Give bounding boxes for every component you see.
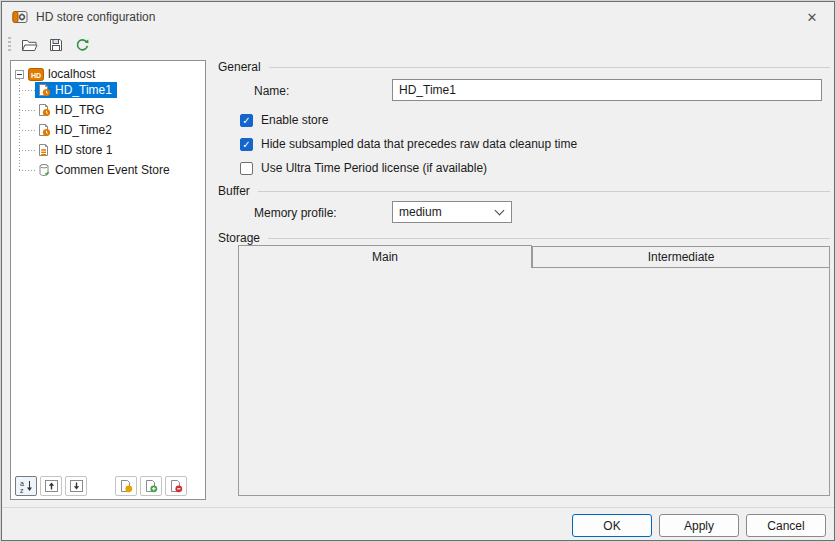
save-button[interactable] [44, 34, 68, 56]
buffer-group-header: Buffer [218, 184, 830, 198]
cancel-button-label: Cancel [767, 519, 804, 533]
event-store-icon [37, 163, 51, 177]
title-bar: HD store configuration [2, 2, 834, 32]
remove-store-icon [169, 479, 183, 493]
store-tree-panel: HD localhost HD_Time1 [10, 60, 206, 500]
storage-group-label: Storage [218, 231, 260, 245]
apply-button-label: Apply [684, 519, 714, 533]
close-button[interactable]: ✕ [790, 2, 834, 32]
tree-toolbar: a z [15, 476, 187, 496]
close-icon: ✕ [807, 10, 818, 25]
footer-separator [2, 507, 834, 508]
enable-store-label: Enable store [261, 113, 328, 127]
general-group-label: General [218, 60, 261, 74]
refresh-toolbar-button[interactable] [70, 34, 94, 56]
storage-group-header: Storage [218, 231, 830, 245]
ultra-time-period-label: Use Ultra Time Period license (if availa… [261, 161, 487, 175]
memory-profile-select[interactable]: medium [392, 201, 512, 223]
tree-item-label: HD_Time1 [55, 83, 112, 97]
sort-az-icon: a z [19, 479, 34, 493]
svg-text:HD: HD [31, 71, 41, 78]
name-input[interactable] [392, 79, 822, 101]
open-button[interactable] [18, 34, 42, 56]
tab-intermediate-label: Intermediate [648, 250, 715, 264]
toolbar-grip [8, 37, 11, 53]
collapse-expander-icon[interactable] [15, 70, 24, 79]
tree-item-label: HD store 1 [55, 143, 112, 157]
enable-store-checkbox[interactable]: ✓ [240, 114, 253, 127]
add-store-button[interactable] [140, 476, 162, 496]
arrow-up-icon [44, 479, 59, 493]
window-title: HD store configuration [36, 10, 155, 24]
svg-text:a: a [20, 480, 24, 487]
tree-item-commen-event-store[interactable]: Commen Event Store [35, 161, 175, 179]
chevron-down-icon [495, 205, 505, 215]
time-store-icon [37, 103, 51, 117]
svg-text:z: z [20, 487, 24, 494]
tree-item-hd-store-1[interactable]: HD store 1 [35, 141, 117, 159]
ok-button-label: OK [603, 519, 620, 533]
move-down-button[interactable] [65, 476, 87, 496]
tree-item-label: Commen Event Store [55, 163, 170, 177]
hd-store-icon [37, 143, 51, 157]
cancel-button[interactable]: Cancel [746, 514, 826, 537]
remove-store-button[interactable] [165, 476, 187, 496]
storage-tab-pane [238, 267, 830, 496]
main-toolbar [2, 32, 834, 58]
hd-store-configuration-dialog: HD store configuration ✕ [1, 1, 835, 541]
tab-main[interactable]: Main [238, 245, 532, 268]
hide-subsampled-checkbox[interactable]: ✓ [240, 138, 253, 151]
tree-item-label: HD_Time2 [55, 123, 112, 137]
tree-item-hd-time2[interactable]: HD_Time2 [35, 121, 117, 139]
tree-item-label: HD_TRG [55, 103, 104, 117]
open-folder-icon [21, 38, 39, 53]
ultra-time-period-checkbox-row[interactable]: Use Ultra Time Period license (if availa… [240, 161, 487, 175]
add-store-icon [144, 479, 158, 493]
enable-store-checkbox-row[interactable]: ✓ Enable store [240, 113, 328, 127]
time-store-icon [37, 83, 51, 97]
save-icon [48, 37, 64, 53]
refresh-icon [74, 37, 90, 53]
time-store-icon [37, 123, 51, 137]
tree-item-hd-time1[interactable]: HD_Time1 [35, 81, 117, 99]
tab-main-label: Main [372, 250, 398, 264]
move-up-button[interactable] [40, 476, 62, 496]
app-icon [12, 9, 28, 25]
sort-button[interactable]: a z [15, 476, 37, 496]
hide-subsampled-checkbox-row[interactable]: ✓ Hide subsampled data that precedes raw… [240, 137, 577, 151]
add-time-store-button[interactable] [115, 476, 137, 496]
memory-profile-value: medium [399, 205, 442, 219]
tab-intermediate[interactable]: Intermediate [532, 246, 830, 267]
tree-item-hd-trg[interactable]: HD_TRG [35, 101, 109, 119]
ultra-time-period-checkbox[interactable] [240, 162, 253, 175]
buffer-group-label: Buffer [218, 184, 250, 198]
name-label: Name: [254, 84, 289, 98]
general-group-header: General [218, 60, 830, 74]
apply-button[interactable]: Apply [659, 514, 739, 537]
ok-button[interactable]: OK [572, 514, 652, 537]
tree-root-label: localhost [48, 67, 95, 81]
memory-profile-label: Memory profile: [254, 206, 337, 220]
add-time-store-icon [119, 479, 133, 493]
hd-server-icon: HD [28, 68, 44, 81]
hide-subsampled-label: Hide subsampled data that precedes raw d… [261, 137, 577, 151]
arrow-down-icon [69, 479, 84, 493]
